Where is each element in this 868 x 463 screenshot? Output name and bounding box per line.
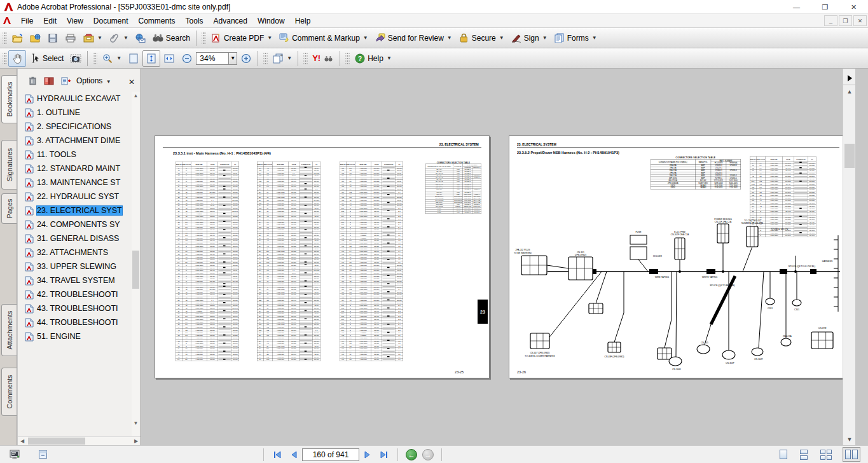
continuous-layout-button[interactable] — [798, 448, 809, 462]
zoom-tool-button[interactable]: ▼ — [99, 50, 125, 67]
scrollbar-thumb[interactable] — [28, 438, 85, 445]
page-number-field[interactable]: 160 of 941 — [302, 448, 359, 461]
facing-layout-button[interactable] — [843, 447, 860, 462]
menu-tools[interactable]: Tools — [181, 15, 209, 27]
nav-tab-attachments[interactable]: Attachments — [1, 304, 17, 356]
first-page-button[interactable] — [269, 448, 286, 462]
bookmark-item[interactable]: 33. UPPER SLEWING — [22, 259, 131, 273]
scroll-down-arrow-icon[interactable]: ▼ — [843, 434, 855, 444]
menu-edit[interactable]: Edit — [38, 15, 62, 27]
bookmark-item[interactable]: 2. SPECIFICATIONS — [22, 120, 131, 134]
search-button[interactable]: Search — [149, 30, 193, 46]
organizer-button[interactable]: ▼ — [79, 30, 106, 46]
delete-bookmark-icon[interactable] — [27, 75, 38, 86]
bookmarks-horizontal-scrollbar[interactable]: ◀ ▶ — [18, 436, 141, 445]
previous-page-button[interactable] — [286, 448, 302, 462]
bookmark-item[interactable]: 22. HYDRAULIC SYST — [22, 190, 131, 204]
forms-button[interactable]: Forms▼ — [551, 30, 600, 46]
menu-advanced[interactable]: Advanced — [209, 15, 252, 27]
fit-width-button[interactable] — [160, 50, 178, 67]
select-tool-button[interactable]: Select — [26, 50, 67, 67]
open-button[interactable] — [8, 30, 26, 46]
next-page-button[interactable] — [359, 448, 376, 462]
document-area[interactable]: 23. ELECTRICAL SYSTEM 23.3.5.1 inst - Ma… — [142, 69, 855, 445]
scrollbar-thumb[interactable] — [132, 251, 139, 289]
menu-view[interactable]: View — [62, 15, 88, 27]
continuous-facing-layout-button[interactable] — [818, 448, 834, 462]
bookmark-item[interactable]: 13. MAINTENANCE ST — [22, 176, 131, 190]
zoom-level-dropdown[interactable]: ▼ — [229, 52, 237, 65]
last-page-button[interactable] — [376, 448, 392, 462]
bookmark-item[interactable]: 32. ATTACHMENTS — [22, 245, 131, 259]
status-note-icon[interactable] — [37, 449, 48, 460]
toolbar-grip[interactable] — [3, 31, 7, 45]
single-page-layout-button[interactable] — [778, 448, 789, 461]
doc-minimize-button[interactable]: _ — [824, 15, 837, 26]
menu-help[interactable]: Help — [290, 15, 316, 27]
doc-close-button[interactable]: ✕ — [853, 15, 867, 26]
scrollbar-thumb[interactable] — [844, 144, 855, 168]
bookmarks-panel-close-button[interactable]: ✕ — [128, 78, 135, 86]
document-vertical-scrollbar[interactable]: ▲ ▼ — [843, 69, 855, 445]
bookmark-item[interactable]: 44. TROUBLESHOOTI — [22, 315, 131, 329]
snapshot-tool-button[interactable] — [67, 50, 85, 67]
zoom-level-field[interactable]: 34% — [196, 52, 229, 65]
save-button[interactable] — [44, 30, 62, 46]
bookmark-item[interactable]: 1. OUTLINE — [22, 106, 131, 120]
menu-comments[interactable]: Comments — [134, 15, 181, 27]
bookmark-item[interactable]: HYDRAULIC EXCAVAT — [22, 92, 131, 106]
fit-page-button[interactable] — [142, 50, 160, 67]
scroll-up-arrow-icon[interactable]: ▲ — [132, 92, 140, 100]
attach-button[interactable]: ▼ — [106, 30, 132, 46]
bookmark-item[interactable]: 24. COMPONENTS SY — [22, 218, 131, 232]
actual-size-button[interactable] — [125, 50, 142, 67]
nav-tab-signatures[interactable]: Signatures — [1, 140, 17, 190]
secure-button[interactable]: Secure▼ — [455, 30, 507, 46]
reading-mode-icon[interactable] — [9, 449, 20, 460]
sign-button[interactable]: Sign▼ — [507, 30, 551, 46]
zoom-in-button[interactable] — [237, 50, 255, 67]
next-view-button[interactable]: → — [422, 449, 434, 460]
email-button[interactable] — [132, 30, 149, 46]
minimize-button[interactable]: — — [782, 0, 811, 14]
hide-pane-button[interactable] — [843, 71, 855, 85]
zoom-out-button[interactable] — [178, 50, 196, 67]
new-bookmark-icon[interactable] — [60, 75, 71, 86]
send-for-review-button[interactable]: Send for Review▼ — [371, 30, 455, 46]
toolbar-grip[interactable] — [263, 52, 268, 66]
bookmark-item[interactable]: 34. TRAVEL SYSTEM — [22, 273, 131, 287]
print-button[interactable] — [62, 30, 79, 46]
bookmark-item[interactable]: 23. ELECTRICAL SYST — [22, 204, 131, 218]
bookmark-item[interactable]: 3. ATTACHMENT DIME — [22, 134, 131, 148]
close-button[interactable]: ✕ — [839, 0, 868, 14]
bookmark-item[interactable]: 31. GENERAL DISASS — [22, 232, 131, 245]
menu-window[interactable]: Window — [252, 15, 290, 27]
menu-document[interactable]: Document — [88, 15, 134, 27]
toolbar-grip[interactable] — [3, 52, 7, 66]
nav-tab-comments[interactable]: Comments — [1, 368, 17, 416]
yahoo-search-button[interactable]: Y! — [309, 50, 337, 67]
bookmarks-vertical-scrollbar[interactable]: ▲ ▼ — [132, 92, 140, 438]
scroll-right-arrow-icon[interactable]: ▶ — [132, 437, 141, 445]
page-display-button[interactable]: ▼ — [269, 50, 295, 67]
help-button[interactable]: ?Help▼ — [351, 50, 395, 67]
scroll-left-arrow-icon[interactable]: ◀ — [18, 437, 27, 445]
bookmark-item[interactable]: 11. TOOLS — [22, 148, 131, 162]
bookmark-item[interactable]: 12. STANDARD MAINT — [22, 162, 131, 176]
toolbar-grip[interactable] — [303, 52, 308, 66]
nav-tab-pages[interactable]: Pages — [1, 193, 17, 224]
hand-tool-button[interactable] — [8, 50, 26, 67]
bookmark-item[interactable]: 42. TROUBLESHOOTI — [22, 287, 131, 301]
expand-current-bookmark-icon[interactable] — [43, 75, 55, 86]
bookmark-item[interactable]: 51. ENGINE — [22, 329, 131, 343]
bookmarks-options-button[interactable]: Options ▼ — [76, 76, 111, 85]
toolbar-grip[interactable] — [345, 52, 350, 66]
create-pdf-button[interactable]: Create PDF▼ — [207, 30, 275, 46]
open-web-button[interactable] — [26, 30, 44, 46]
menu-file[interactable]: File — [16, 15, 38, 27]
toolbar-grip[interactable] — [93, 52, 97, 66]
nav-tab-bookmarks[interactable]: Bookmarks — [1, 75, 17, 123]
restore-button[interactable]: ❐ — [811, 0, 839, 14]
comment-markup-button[interactable]: Comment & Markup▼ — [275, 30, 371, 46]
previous-view-button[interactable]: ← — [406, 449, 417, 460]
